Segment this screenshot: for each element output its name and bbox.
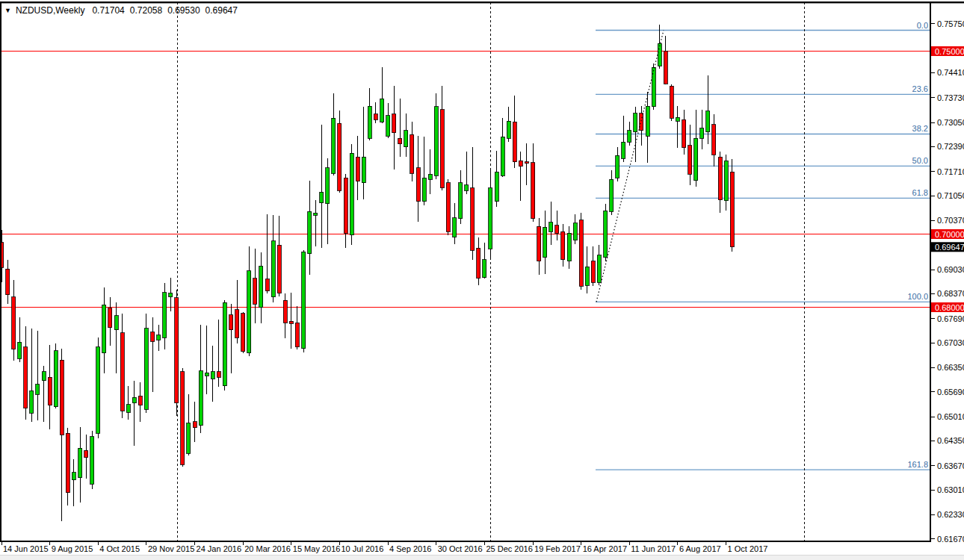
candlestick-chart-canvas[interactable]: 0.023.638.250.061.8100.0161.80.757500.74… [0,0,964,560]
candle-down [235,310,239,337]
fib-level-label: 61.8 [912,188,928,197]
candle-down [60,360,64,435]
candle-down [289,321,293,323]
candle-down [338,123,342,190]
candle-up [90,437,94,484]
fib-level-label: 0.0 [917,21,928,30]
candle-down [84,450,88,458]
candle-up [247,271,251,353]
price-axis-label: 0.62330 [937,510,964,519]
ohlc-low-value: 0.69530 [167,5,200,16]
candle-up [501,137,504,175]
price-axis-label: 0.61670 [937,535,964,544]
candle-down [374,114,377,119]
price-axis-label: 0.63010 [937,485,964,494]
candle-up [42,372,46,381]
candle-down [392,114,396,133]
candle-down [120,333,124,411]
chart-title-bar: ▼ NZDUSD,Weekly 0.71704 0.72058 0.69530 … [4,5,243,16]
candle-up [404,131,408,147]
candle-down [344,178,347,233]
candle-up [187,423,191,453]
candle-down [712,125,716,155]
price-axis-label: 0.73050 [937,118,964,127]
candle-down [446,183,450,231]
candle-up [658,43,661,66]
candle-down [356,157,359,181]
candle-down [525,162,528,164]
candle-up [163,293,167,337]
candle-up [308,211,312,254]
candle-down [519,161,522,167]
candle-up [386,116,390,136]
time-axis-label: 10 Jul 2016 [341,544,383,553]
candle-down [295,323,299,347]
candle-up [169,293,173,297]
ohlc-open-value: 0.71704 [92,5,124,16]
candle-up [422,178,426,202]
candle-down [579,220,583,286]
time-axis-label: 24 Jan 2016 [197,544,242,553]
candle-up [326,168,330,204]
candle-up [320,192,324,203]
time-axis-label: 29 Nov 2015 [148,544,194,553]
candle-up [30,391,34,413]
candle-up [434,107,438,175]
candle-up [302,252,306,349]
candle-up [102,305,106,353]
candle-down [175,298,179,403]
candle-up [368,106,371,138]
candle-up [259,266,263,308]
candle-down [398,138,402,144]
candle-up [126,405,130,412]
fib-level-label: 50.0 [912,156,928,165]
fib-level-label: 23.6 [912,84,928,93]
window-top-border [0,1,964,3]
candle-up [634,113,637,132]
candle-down [688,146,692,174]
candle-down [730,172,734,247]
candle-down [531,163,535,219]
fib-level-label: 100.0 [907,292,928,301]
time-axis-label: 20 Mar 2016 [244,544,291,553]
candle-up [211,372,214,379]
candle-up [724,161,728,201]
candle-up [465,185,469,190]
price-axis-label: 0.63670 [937,461,964,470]
price-axis-label: 0.69030 [937,265,964,274]
candle-up [616,155,620,178]
candle-down [640,113,643,131]
candle-down [241,314,245,352]
candle-down [151,332,155,341]
candle-down [6,269,10,295]
candle-down [513,122,516,162]
time-axis-label: 4 Oct 2015 [99,544,140,553]
candle-down [718,157,722,200]
candle-down [410,134,414,173]
candle-up [694,138,698,181]
price-axis-label: 0.67690 [937,314,964,323]
candle-up [543,227,547,258]
candle-up [199,371,203,426]
candle-down [138,396,142,405]
price-axis-label: 0.65690 [937,388,964,396]
price-axis-label: 0.75750 [937,19,964,28]
candle-down [48,377,52,405]
candle-down [217,372,220,377]
candle-down [66,433,69,493]
candle-up [597,255,601,282]
time-axis-label: 25 Dec 2016 [486,544,532,553]
candle-down [537,226,541,261]
symbol-dropdown-icon[interactable]: ▼ [4,7,11,14]
chart-symbol-label: NZDUSD,Weekly [16,5,84,16]
price-level-badge-label: 0.70000 [935,230,964,239]
candle-up [350,153,353,235]
candle-down [670,86,673,118]
price-axis-label: 0.70370 [937,216,964,225]
candle-up [271,241,275,297]
candle-up [314,213,318,215]
candle-up [706,111,710,132]
candle-up [54,351,58,407]
candle-down [682,119,686,148]
time-axis-label: 16 Apr 2017 [583,544,627,553]
